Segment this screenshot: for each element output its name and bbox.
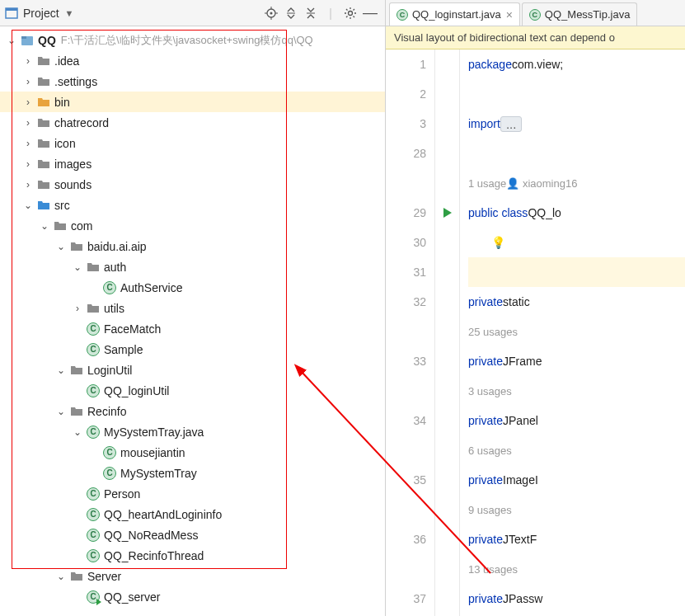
code-line[interactable] — [468, 139, 685, 168]
tree-item-icon[interactable]: ›icon — [0, 133, 385, 153]
code-line[interactable]: import ... — [468, 109, 685, 139]
project-title[interactable]: Project — [23, 7, 59, 20]
tree-item-chatrecord[interactable]: ›chatrecord — [0, 112, 385, 133]
code-line[interactable]: private JFrame — [468, 346, 685, 376]
tree-item-sample[interactable]: ·CSample — [0, 339, 385, 360]
chevron-down-icon[interactable]: ⌄ — [54, 571, 68, 582]
chevron-down-icon[interactable]: ⌄ — [21, 200, 35, 211]
usage-hint[interactable]: 3 usages — [468, 385, 512, 397]
tree-item-label: .idea — [54, 54, 79, 68]
class-icon: C — [86, 487, 101, 501]
tree-item-qqserver[interactable]: ·CQQ_server — [0, 586, 385, 607]
fold-region[interactable]: ... — [500, 116, 523, 132]
run-icon[interactable] — [443, 208, 452, 218]
chevron-down-icon[interactable]: ⌄ — [54, 241, 68, 252]
tree-item-images[interactable]: ›images — [0, 153, 385, 174]
tree-item-server[interactable]: ⌄Server — [0, 566, 385, 586]
code-text: JTextF — [503, 533, 537, 546]
code-line[interactable]: 13 usages — [468, 554, 685, 584]
usage-hint[interactable]: 13 usages — [468, 563, 518, 576]
tree-item-person[interactable]: ·CPerson — [0, 483, 385, 504]
code-text: JFrame — [503, 355, 542, 368]
tree-item-qqloginutil[interactable]: ·CQQ_loginUtil — [0, 380, 385, 401]
tree-item-qqnoreadmess[interactable]: ·CQQ_NoReadMess — [0, 524, 385, 545]
collapse-all-icon[interactable] — [301, 3, 321, 23]
code-line[interactable] — [468, 79, 685, 109]
usage-hint[interactable]: 6 usages — [468, 444, 512, 457]
line-number: 28 — [386, 139, 426, 168]
folder-icon — [69, 363, 84, 378]
code-line[interactable]: private JTextF — [468, 524, 685, 554]
code-line[interactable]: private JPanel — [468, 406, 685, 435]
chevron-right-icon[interactable]: › — [21, 117, 35, 129]
code-line[interactable]: 1 usage👤 xiaoming16 — [468, 168, 685, 198]
tree-item-auth[interactable]: ⌄auth — [0, 256, 385, 277]
usage-hint[interactable]: 1 usage — [468, 177, 506, 190]
project-tree[interactable]: ⌄QQF:\干活汇总\临时文件夹\javasocket+swing模仿qq\QQ… — [0, 26, 385, 616]
class-icon: C — [102, 280, 117, 295]
class-icon: C — [86, 548, 101, 563]
class-name: QQ_lo — [528, 206, 561, 219]
tree-item-mysystemtrayjava[interactable]: ⌄CMySystemTray.java — [0, 421, 385, 442]
tree-item-authservice[interactable]: ·CAuthService — [0, 277, 385, 298]
chevron-right-icon[interactable]: › — [21, 158, 35, 170]
tree-item-sounds[interactable]: ›sounds — [0, 174, 385, 195]
code-line[interactable]: private ImageI — [468, 465, 685, 495]
code-editor[interactable]: 12328293031323334353637 package com.view… — [386, 49, 685, 616]
chevron-right-icon[interactable]: › — [21, 138, 35, 149]
editor-tab[interactable]: CQQ_loginstart.java× — [389, 2, 520, 26]
usage-hint[interactable]: 9 usages — [468, 504, 512, 516]
code-line[interactable]: 9 usages — [468, 495, 685, 524]
chevron-down-icon[interactable]: ⌄ — [5, 35, 18, 46]
tree-item-src[interactable]: ⌄src — [0, 195, 385, 215]
tree-item-utils[interactable]: ›utils — [0, 298, 385, 318]
lightbulb-icon[interactable]: 💡 — [491, 236, 505, 249]
chevron-down-icon[interactable]: ⌄ — [38, 220, 51, 232]
tree-item-recinfo[interactable]: ⌄Recinfo — [0, 401, 385, 421]
code-line[interactable]: package com.view; — [468, 49, 685, 79]
warning-banner[interactable]: Visual layout of bidirectional text can … — [386, 26, 685, 49]
tree-item-com[interactable]: ⌄com — [0, 215, 385, 236]
chevron-down-icon[interactable]: ⌄ — [71, 426, 84, 438]
tree-item-qqrecinfothread[interactable]: ·CQQ_RecinfoThread — [0, 545, 385, 566]
locate-icon[interactable] — [261, 3, 281, 23]
tree-item-mysystemtray[interactable]: ·CMySystemTray — [0, 463, 385, 483]
hide-icon[interactable]: — — [360, 3, 380, 23]
tree-item-loginutil[interactable]: ⌄LoginUtil — [0, 360, 385, 380]
chevron-right-icon[interactable]: › — [21, 96, 35, 108]
code-line[interactable]: 6 usages — [468, 435, 685, 465]
tree-item-idea[interactable]: ›.idea — [0, 50, 385, 71]
code-line[interactable]: 💡 — [468, 228, 685, 257]
code-line[interactable]: private static — [468, 287, 685, 317]
class-icon: C — [86, 507, 101, 522]
tree-item-settings[interactable]: ›.settings — [0, 71, 385, 92]
tree-item-label: icon — [54, 137, 76, 150]
folder-icon — [86, 260, 101, 275]
chevron-right-icon[interactable]: › — [21, 179, 35, 190]
chevron-right-icon[interactable]: › — [21, 55, 35, 67]
folder-icon — [86, 301, 101, 316]
tree-item-qqheartandlogininfo[interactable]: ·CQQ_heartAndLogininfo — [0, 504, 385, 524]
gear-icon[interactable] — [340, 3, 360, 23]
chevron-right-icon[interactable]: › — [21, 76, 35, 87]
tree-item-mousejiantin[interactable]: ·Cmousejiantin — [0, 442, 385, 463]
close-icon[interactable]: × — [506, 8, 513, 21]
code-line[interactable]: 3 usages — [468, 376, 685, 406]
author-hint[interactable]: 👤 xiaoming16 — [506, 177, 577, 190]
code-line[interactable]: 25 usages — [468, 317, 685, 346]
chevron-right-icon[interactable]: › — [71, 303, 84, 314]
code-line[interactable]: private JPassw — [468, 584, 685, 614]
chevron-down-icon[interactable]: ⌄ — [71, 261, 84, 273]
tree-item-baiduaiaip[interactable]: ⌄baidu.ai.aip — [0, 236, 385, 256]
expand-all-icon[interactable] — [281, 3, 301, 23]
tree-item-qq[interactable]: ⌄QQF:\干活汇总\临时文件夹\javasocket+swing模仿qq\QQ — [0, 30, 385, 50]
tree-item-facematch[interactable]: ·CFaceMatch — [0, 318, 385, 339]
dropdown-icon[interactable]: ▼ — [65, 8, 74, 18]
code-line[interactable] — [468, 257, 685, 287]
tree-item-bin[interactable]: ›bin — [0, 92, 385, 112]
usage-hint[interactable]: 25 usages — [468, 326, 518, 338]
editor-tab[interactable]: CQQ_MessTip.java — [522, 2, 638, 26]
chevron-down-icon[interactable]: ⌄ — [54, 364, 68, 376]
code-line[interactable]: public class QQ_lo — [468, 198, 685, 228]
chevron-down-icon[interactable]: ⌄ — [54, 406, 68, 417]
